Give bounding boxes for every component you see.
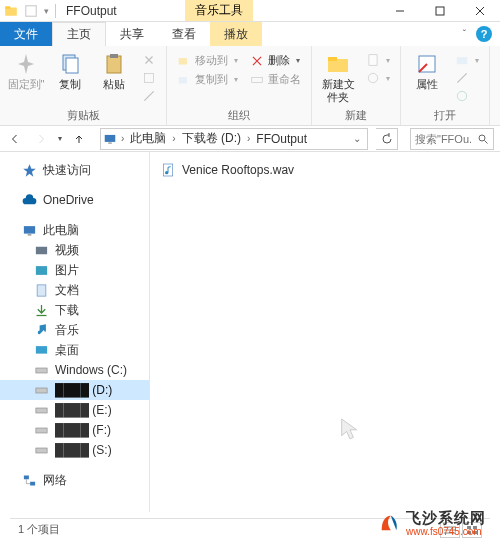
svg-rect-8 — [66, 58, 78, 73]
copy-button[interactable]: 复制 — [50, 50, 90, 91]
shortcut-icon — [142, 89, 156, 103]
svg-rect-10 — [110, 54, 118, 58]
navigation-pane: 快速访问 OneDrive 此电脑 视频 图片 文档 下载 音乐 桌面 Wind… — [0, 152, 150, 512]
chevron-right-icon[interactable]: › — [245, 133, 252, 144]
refresh-button[interactable] — [376, 128, 398, 150]
pc-icon — [103, 132, 117, 146]
ribbon-group-select: 全部选择 全部取消 反向选择 选择 — [490, 46, 500, 125]
rename-button[interactable]: 重命名 — [246, 71, 305, 88]
moveto-button[interactable]: 移动到▾ — [173, 52, 242, 69]
properties-icon — [415, 52, 439, 76]
sidebar-onedrive[interactable]: OneDrive — [0, 190, 149, 210]
open-icon — [455, 53, 469, 67]
edit-icon — [455, 71, 469, 85]
breadcrumb-thispc[interactable]: 此电脑 — [126, 130, 170, 147]
sidebar-drive-c[interactable]: Windows (C:) — [0, 360, 149, 380]
video-icon — [34, 243, 49, 258]
tab-file[interactable]: 文件 — [0, 22, 52, 46]
qat-properties-icon[interactable] — [24, 4, 38, 18]
sidebar-drive-d[interactable]: ████ (D:) — [0, 380, 149, 400]
edit-button[interactable] — [451, 70, 483, 86]
selectall-button[interactable]: 全部选择 — [496, 52, 500, 69]
cut-button[interactable] — [138, 52, 160, 68]
back-button[interactable] — [6, 130, 24, 148]
svg-rect-16 — [328, 57, 337, 61]
svg-rect-50 — [24, 475, 29, 479]
svg-rect-48 — [36, 428, 47, 433]
open-button[interactable]: ▾ — [451, 52, 483, 68]
paste-icon — [102, 52, 126, 76]
properties-button[interactable]: 属性 — [407, 50, 447, 91]
desktop-icon — [34, 343, 49, 358]
svg-line-37 — [485, 140, 488, 143]
breadcrumb-drive[interactable]: 下载卷 (D:) — [178, 130, 245, 147]
copypath-button[interactable] — [138, 70, 160, 86]
star-icon — [22, 163, 37, 178]
ribbon-collapse-icon[interactable]: ˇ — [463, 29, 466, 40]
sidebar-drive-s[interactable]: ████ (S:) — [0, 440, 149, 460]
sidebar-videos[interactable]: 视频 — [0, 240, 149, 260]
svg-rect-9 — [107, 56, 121, 73]
qat-dropdown-icon[interactable]: ▾ — [44, 6, 49, 16]
music-icon — [34, 323, 49, 338]
contextual-tab-header: 音乐工具 — [185, 0, 253, 21]
sidebar-drive-f[interactable]: ████ (F:) — [0, 420, 149, 440]
sidebar-drive-e[interactable]: ████ (E:) — [0, 400, 149, 420]
item-count: 1 个项目 — [18, 522, 60, 537]
ribbon: 固定到" 复制 粘贴 剪贴板 移动到▾ 复制到▾ — [0, 46, 500, 126]
address-dropdown-icon[interactable]: ⌄ — [349, 133, 365, 144]
invertselect-button[interactable]: 反向选择 — [496, 90, 500, 107]
window-controls — [380, 0, 500, 22]
tab-home[interactable]: 主页 — [52, 22, 106, 46]
breadcrumb-folder[interactable]: FFOutput — [252, 132, 311, 146]
tab-view[interactable]: 查看 — [158, 22, 210, 46]
chevron-right-icon[interactable]: › — [170, 133, 177, 144]
close-button[interactable] — [460, 0, 500, 22]
pin-icon — [14, 52, 38, 76]
sidebar-network[interactable]: 网络 — [0, 470, 149, 490]
address-bar[interactable]: › 此电脑 › 下载卷 (D:) › FFOutput ⌄ — [100, 128, 368, 150]
paste-button[interactable]: 粘贴 — [94, 50, 134, 91]
tab-play[interactable]: 播放 — [210, 22, 262, 46]
history-icon — [455, 89, 469, 103]
newfolder-button[interactable]: 新建文件夹 — [318, 50, 358, 104]
file-list-pane[interactable]: Venice Rooftops.wav — [150, 152, 500, 512]
easyaccess-button[interactable]: ▾ — [362, 70, 394, 86]
group-label-new: 新建 — [318, 106, 394, 123]
history-button[interactable] — [451, 88, 483, 104]
pin-button[interactable]: 固定到" — [6, 50, 46, 91]
chevron-right-icon[interactable]: › — [119, 133, 126, 144]
recent-locations-button[interactable]: ▾ — [58, 134, 62, 143]
newitem-button[interactable]: ▾ — [362, 52, 394, 68]
drive-icon — [34, 363, 49, 378]
group-label-organize: 组织 — [173, 106, 305, 123]
pasteshortcut-button[interactable] — [138, 88, 160, 104]
ribbon-group-open: 属性 ▾ 打开 — [401, 46, 490, 125]
sidebar-desktop[interactable]: 桌面 — [0, 340, 149, 360]
file-item[interactable]: Venice Rooftops.wav — [158, 160, 492, 180]
sidebar-thispc[interactable]: 此电脑 — [0, 220, 149, 240]
copyto-button[interactable]: 复制到▾ — [173, 71, 242, 88]
delete-icon — [250, 54, 264, 68]
group-label-clipboard: 剪贴板 — [6, 106, 160, 123]
forward-button[interactable] — [32, 130, 50, 148]
sidebar-documents[interactable]: 文档 — [0, 280, 149, 300]
delete-button[interactable]: 删除▾ — [246, 52, 305, 69]
help-icon[interactable]: ? — [476, 26, 492, 42]
sidebar-quickaccess[interactable]: 快速访问 — [0, 160, 149, 180]
svg-point-36 — [479, 135, 485, 141]
easyaccess-icon — [366, 71, 380, 85]
search-box[interactable] — [410, 128, 494, 150]
sidebar-music[interactable]: 音乐 — [0, 320, 149, 340]
svg-rect-17 — [369, 55, 377, 66]
tab-share[interactable]: 共享 — [106, 22, 158, 46]
svg-rect-1 — [5, 6, 10, 8]
sidebar-pictures[interactable]: 图片 — [0, 260, 149, 280]
selectnone-button[interactable]: 全部取消 — [496, 71, 500, 88]
minimize-button[interactable] — [380, 0, 420, 22]
up-button[interactable] — [70, 130, 88, 148]
maximize-button[interactable] — [420, 0, 460, 22]
sidebar-downloads[interactable]: 下载 — [0, 300, 149, 320]
search-input[interactable] — [415, 133, 471, 145]
svg-rect-2 — [26, 5, 37, 16]
